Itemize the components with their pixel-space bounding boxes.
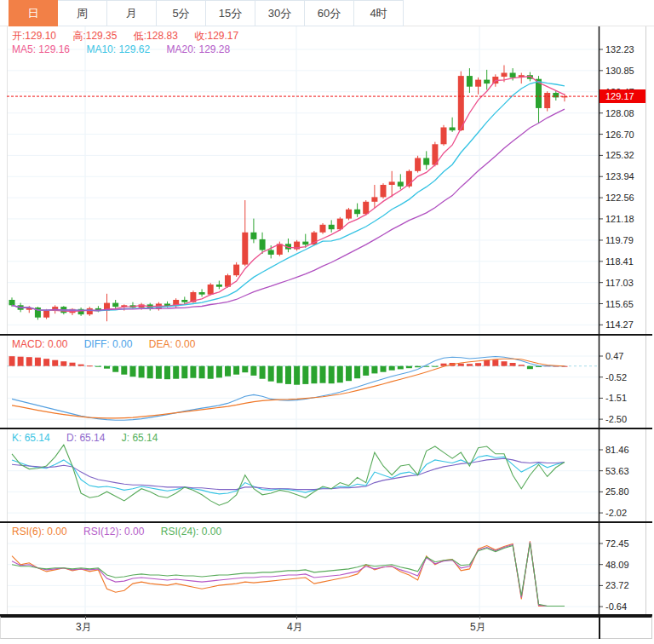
y-axis-label: 53.63	[605, 466, 629, 476]
month-label-march: 3月	[76, 620, 92, 635]
month-label-may: 5月	[470, 620, 486, 635]
y-axis-label: 23.72	[605, 580, 629, 590]
y-axis-label: 132.23	[605, 44, 634, 55]
y-axis-label: 0.47	[605, 351, 623, 361]
tab-day[interactable]: 日	[9, 0, 58, 26]
tab-week[interactable]: 周	[58, 0, 107, 26]
stock-chart-app: 日 周 月 5分 15分 30分 60分 4时 132.23130.85129.…	[0, 0, 654, 644]
kdj-chart[interactable]: 81.4653.6325.80-2.02	[0, 429, 654, 523]
tab-5min[interactable]: 5分	[157, 0, 206, 26]
month-label-april: 4月	[287, 620, 303, 635]
y-axis-label: 48.09	[605, 560, 629, 570]
x-axis-tick	[296, 616, 297, 619]
y-axis-label: -0.64	[605, 601, 627, 612]
y-axis-label: 118.41	[605, 256, 634, 267]
tab-60min[interactable]: 60分	[305, 0, 354, 26]
axis-line	[599, 616, 600, 639]
timeframe-tabs: 日 周 月 5分 15分 30分 60分 4时	[0, 0, 654, 26]
y-axis-label: 117.03	[605, 278, 634, 288]
y-axis-label: 115.65	[605, 299, 634, 309]
tab-4hour[interactable]: 4时	[354, 0, 404, 26]
y-axis-label: 119.79	[605, 235, 634, 245]
x-axis-tick	[479, 616, 480, 619]
y-axis-label: 114.27	[605, 319, 634, 330]
y-axis-label: -2.02	[605, 508, 627, 518]
y-axis-label: -2.50	[605, 414, 627, 424]
y-axis-label: 123.94	[605, 171, 634, 181]
x-axis-tick	[85, 616, 86, 619]
tab-15min[interactable]: 15分	[206, 0, 255, 26]
y-axis-label: 121.18	[605, 214, 634, 224]
tab-month[interactable]: 月	[107, 0, 157, 26]
y-axis-label: 72.45	[605, 538, 629, 549]
rsi-chart[interactable]: 72.4548.0923.72-0.64	[0, 523, 654, 616]
y-axis-label: -0.52	[605, 372, 627, 382]
y-axis-label: 122.56	[605, 193, 634, 203]
current-price-badge: 129.17	[600, 89, 645, 103]
y-axis-label: 130.85	[605, 66, 634, 76]
y-axis-label: 81.46	[605, 445, 629, 455]
y-axis-label: 25.80	[605, 486, 629, 497]
y-axis-label: 128.08	[605, 108, 634, 118]
x-axis	[0, 616, 652, 639]
y-axis-label: -1.51	[605, 393, 627, 403]
candlestick-chart[interactable]: 132.23130.85129.47128.08126.70125.32123.…	[0, 26, 654, 336]
y-axis-label: 125.32	[605, 150, 634, 160]
y-axis-label: 126.70	[605, 129, 634, 140]
macd-chart[interactable]: 0.47-0.52-1.51-2.50	[0, 336, 654, 429]
tab-30min[interactable]: 30分	[255, 0, 305, 26]
